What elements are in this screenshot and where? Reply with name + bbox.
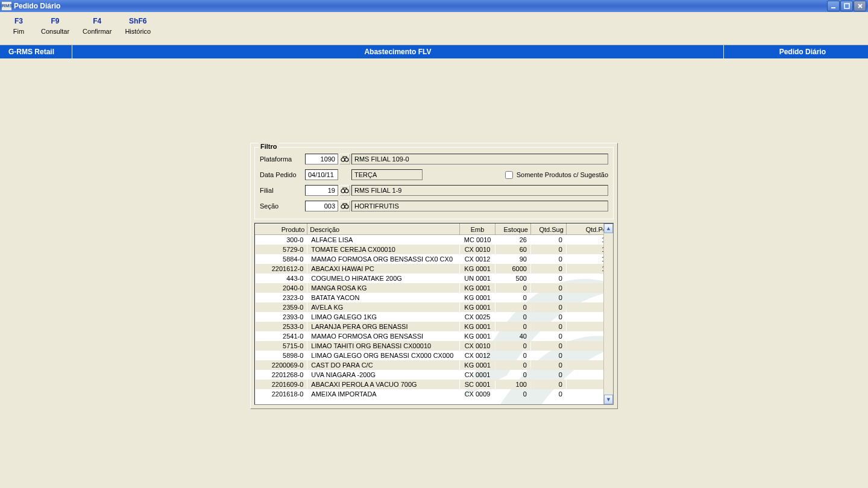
cell-emb[interactable]: CX 0010: [460, 245, 495, 254]
table-row[interactable]: 2200069-0CAST DO PARA C/CKG 0001000: [256, 360, 613, 370]
cell-emb[interactable]: CX 0001: [460, 370, 495, 380]
cell-emb[interactable]: CX 0012: [460, 254, 495, 264]
cell-produto[interactable]: 2201609-0: [256, 380, 307, 389]
cell-produto[interactable]: 2323-0: [256, 293, 307, 302]
cell-descricao[interactable]: ABACAXI PEROLA A VACUO 700G: [307, 380, 460, 389]
f3-fim-button[interactable]: F3 Fim: [10, 17, 28, 45]
table-row[interactable]: 2201268-0UVA NIAGARA -200GCX 0001000: [256, 370, 613, 380]
cell-qtdsug[interactable]: 0: [530, 380, 566, 389]
cell-emb[interactable]: KG 0001: [460, 331, 495, 341]
cell-qtdsug[interactable]: 0: [530, 283, 566, 293]
cell-descricao[interactable]: CAST DO PARA C/C: [307, 360, 460, 370]
th-descricao[interactable]: Descrição: [307, 224, 460, 235]
cell-estoque[interactable]: 0: [495, 302, 531, 312]
cell-descricao[interactable]: ALFACE LISA: [307, 235, 460, 245]
scroll-down-button[interactable]: ▼: [604, 395, 613, 404]
cell-produto[interactable]: 2201268-0: [256, 370, 307, 380]
close-button[interactable]: [854, 1, 866, 11]
cell-emb[interactable]: UN 0001: [460, 274, 495, 283]
cell-qtdsug[interactable]: 0: [530, 302, 566, 312]
maximize-button[interactable]: [840, 1, 853, 11]
filial-input[interactable]: [305, 185, 338, 196]
cell-emb[interactable]: CX 0012: [460, 351, 495, 360]
cell-estoque[interactable]: 500: [495, 274, 531, 283]
plataforma-input[interactable]: [305, 154, 338, 164]
cell-descricao[interactable]: MAMAO FORMOSA ORG BENSASSI CX0 CX0: [307, 254, 460, 264]
cell-emb[interactable]: CX 0010: [460, 341, 495, 351]
cell-estoque[interactable]: 90: [495, 254, 531, 264]
cell-produto[interactable]: 5898-0: [256, 351, 307, 360]
f9-consultar-button[interactable]: F9 Consultar: [41, 17, 69, 45]
cell-descricao[interactable]: UVA NIAGARA -200G: [307, 370, 460, 380]
cell-produto[interactable]: 2200069-0: [256, 360, 307, 370]
cell-estoque[interactable]: 0: [495, 351, 531, 360]
cell-qtdsug[interactable]: 0: [530, 245, 566, 254]
cell-estoque[interactable]: 6000: [495, 264, 531, 274]
cell-qtdsug[interactable]: 0: [530, 293, 566, 302]
table-row[interactable]: 5729-0TOMATE CEREJA CX00010CX 001060010: [256, 245, 613, 254]
minimize-button[interactable]: [827, 1, 840, 11]
table-row[interactable]: 5898-0LIMAO GALEGO ORG BENASSI CX000 CX0…: [256, 351, 613, 360]
cell-produto[interactable]: 2541-0: [256, 331, 307, 341]
cell-estoque[interactable]: 100: [495, 380, 531, 389]
cell-qtdsug[interactable]: 0: [530, 235, 566, 245]
cell-descricao[interactable]: TOMATE CEREJA CX00010: [307, 245, 460, 254]
cell-produto[interactable]: 2533-0: [256, 322, 307, 331]
cell-emb[interactable]: KG 0001: [460, 264, 495, 274]
table-row[interactable]: 2201609-0ABACAXI PEROLA A VACUO 700GSC 0…: [256, 380, 613, 389]
cell-descricao[interactable]: LIMAO GALEGO 1KG: [307, 312, 460, 322]
table-row[interactable]: 2201612-0ABACAXI HAWAI PCKG 00016000010: [256, 264, 613, 274]
th-estoque[interactable]: Estoque: [495, 224, 531, 235]
cell-emb[interactable]: KG 0001: [460, 283, 495, 293]
cell-qtdsug[interactable]: 0: [530, 389, 566, 399]
cell-produto[interactable]: 2040-0: [256, 283, 307, 293]
cell-estoque[interactable]: 0: [495, 283, 531, 293]
table-row[interactable]: 2323-0BATATA YACONKG 0001000: [256, 293, 613, 302]
th-produto[interactable]: Produto: [256, 224, 307, 235]
cell-produto[interactable]: 5884-0: [256, 254, 307, 264]
cell-estoque[interactable]: 60: [495, 245, 531, 254]
cell-qtdsug[interactable]: 0: [530, 274, 566, 283]
cell-descricao[interactable]: COGUMELO HIRATAKE 200G: [307, 274, 460, 283]
somente-sugestao-checkbox[interactable]: [505, 171, 513, 179]
cell-emb[interactable]: KG 0001: [460, 360, 495, 370]
data-pedido-input[interactable]: [305, 169, 338, 180]
cell-descricao[interactable]: AMEIXA IMPORTADA: [307, 389, 460, 399]
cell-estoque[interactable]: 26: [495, 235, 531, 245]
scroll-up-button[interactable]: ▲: [604, 224, 613, 233]
secao-lookup-button[interactable]: [339, 201, 350, 211]
cell-estoque[interactable]: 0: [495, 389, 531, 399]
cell-produto[interactable]: 300-0: [256, 235, 307, 245]
table-row[interactable]: 2393-0LIMAO GALEGO 1KGCX 0025000: [256, 312, 613, 322]
cell-produto[interactable]: 5729-0: [256, 245, 307, 254]
cell-qtdsug[interactable]: 0: [530, 254, 566, 264]
cell-emb[interactable]: KG 0001: [460, 293, 495, 302]
th-qtdsug[interactable]: Qtd.Sug: [530, 224, 566, 235]
table-row[interactable]: 2359-0AVELA KGKG 0001000: [256, 302, 613, 312]
cell-emb[interactable]: CX 0009: [460, 389, 495, 399]
cell-estoque[interactable]: 0: [495, 341, 531, 351]
cell-estoque[interactable]: 40: [495, 331, 531, 341]
cell-descricao[interactable]: MANGA ROSA KG: [307, 283, 460, 293]
cell-emb[interactable]: CX 0025: [460, 312, 495, 322]
cell-emb[interactable]: KG 0001: [460, 302, 495, 312]
cell-descricao[interactable]: LARANJA PERA ORG BENASSI: [307, 322, 460, 331]
table-row[interactable]: 2040-0MANGA ROSA KGKG 0001000: [256, 283, 613, 293]
plataforma-lookup-button[interactable]: [339, 154, 350, 164]
table-row[interactable]: 443-0COGUMELO HIRATAKE 200GUN 000150000: [256, 274, 613, 283]
filial-lookup-button[interactable]: [339, 185, 350, 196]
cell-descricao[interactable]: MAMAO FORMOSA ORG BENSASSI: [307, 331, 460, 341]
table-row[interactable]: 5715-0LIMAO TAHITI ORG BENASSI CX00010CX…: [256, 341, 613, 351]
table-row[interactable]: 2541-0MAMAO FORMOSA ORG BENSASSIKG 00014…: [256, 331, 613, 341]
cell-qtdsug[interactable]: 0: [530, 264, 566, 274]
cell-produto[interactable]: 5715-0: [256, 341, 307, 351]
cell-descricao[interactable]: LIMAO GALEGO ORG BENASSI CX000 CX000: [307, 351, 460, 360]
cell-produto[interactable]: 2393-0: [256, 312, 307, 322]
cell-produto[interactable]: 443-0: [256, 274, 307, 283]
shf6-historico-button[interactable]: ShF6 Histórico: [125, 17, 151, 45]
cell-qtdsug[interactable]: 0: [530, 370, 566, 380]
cell-descricao[interactable]: ABACAXI HAWAI PC: [307, 264, 460, 274]
cell-descricao[interactable]: BATATA YACON: [307, 293, 460, 302]
cell-estoque[interactable]: 0: [495, 370, 531, 380]
cell-emb[interactable]: MC 0010: [460, 235, 495, 245]
